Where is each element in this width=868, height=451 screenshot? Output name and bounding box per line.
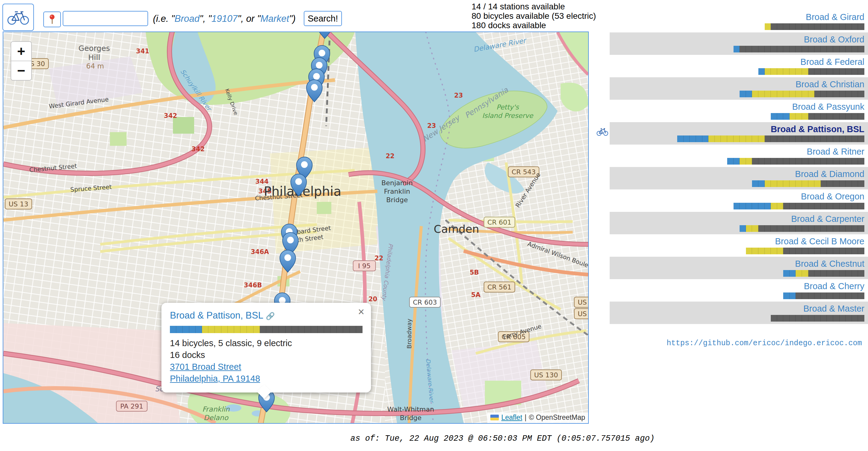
docks-unit [827, 292, 833, 299]
route-number-label: 23 [454, 92, 463, 99]
station-row: Broad & Chestnut [610, 257, 868, 279]
road-shield-label: US 130 [534, 371, 558, 379]
docks-unit [802, 203, 808, 209]
zoom-in-button[interactable]: + [11, 42, 31, 61]
station-link[interactable]: Broad & Carpenter [610, 214, 864, 224]
availability-stats: 14 / 14 stations available 80 bicycles a… [471, 2, 596, 30]
station-link[interactable]: Broad & Girard [610, 12, 864, 22]
station-link[interactable]: Broad & Ritner [610, 146, 864, 157]
docks-unit [833, 180, 840, 187]
classic-unit [783, 270, 789, 277]
electric-unit [202, 326, 208, 333]
marker-dot [316, 62, 322, 68]
docks-unit [789, 248, 796, 254]
pushpin-icon [49, 14, 55, 25]
docks-unit [796, 136, 802, 142]
station-availability-bar [610, 270, 864, 277]
classic-unit [727, 158, 734, 165]
electric-unit [241, 326, 247, 333]
osm-attribution: © OpenStreetMap [529, 414, 585, 422]
electric-unit [746, 158, 752, 165]
popup-bike-counts: 14 bicycles, 5 classic, 9 electric [170, 337, 363, 349]
docks-unit [833, 225, 840, 232]
station-link[interactable]: Broad & Oregon [610, 191, 864, 202]
popup-station-link[interactable]: Broad & Pattison, BSL [170, 310, 263, 321]
docks-unit [852, 113, 858, 120]
station-link[interactable]: Broad & Passyunk [610, 102, 864, 112]
docks-unit [821, 23, 827, 30]
docks-unit [821, 158, 827, 165]
docks-unit [814, 292, 821, 299]
leaflet-map[interactable]: US 30US 13I 95CR 543CR 601CR 561CR 603CR… [3, 31, 589, 424]
station-link[interactable]: Broad & Christian [610, 79, 864, 89]
docks-unit [802, 23, 808, 30]
station-list: Broad & GirardBroad & OxfordBroad & Fede… [610, 10, 868, 324]
station-availability-bar [610, 68, 864, 75]
station-row: Broad & Girard [610, 10, 868, 32]
route-number-label: 341 [136, 48, 149, 55]
station-link[interactable]: Broad & Cecil B Moore [610, 236, 864, 246]
github-link[interactable]: https://github.com/ericoc/indego.ericoc.… [666, 339, 862, 348]
electric-unit [740, 136, 746, 142]
docks-unit [331, 326, 337, 333]
classic-unit [746, 91, 752, 97]
station-link[interactable]: Broad & Oxford [610, 34, 864, 45]
docks-unit [845, 225, 852, 232]
station-link[interactable]: Broad & Cherry [610, 281, 864, 291]
map-label: Camden [434, 223, 479, 235]
station-row: Broad & Oregon [610, 190, 868, 212]
docks-unit [852, 23, 858, 30]
popup-address-line1[interactable]: 3701 Broad Street [170, 361, 363, 373]
route-number-label: 5B [470, 269, 479, 276]
classic-unit [196, 326, 202, 333]
hint-text: ") [289, 13, 296, 24]
docks-unit [852, 136, 858, 142]
classic-unit [783, 113, 789, 120]
ukraine-flag-icon [490, 415, 499, 420]
popup-close-button[interactable]: × [358, 306, 364, 317]
popup-address-line2[interactable]: Philadelphia, PA 19148 [170, 373, 363, 385]
search-button[interactable]: Search! [304, 11, 342, 26]
docks-unit [796, 23, 802, 30]
zoom-out-button[interactable]: − [11, 61, 31, 80]
electric-unit [808, 180, 815, 187]
docks-unit [796, 46, 802, 52]
bicycles-available: 80 bicycles available (53 electric) [471, 11, 596, 21]
electric-unit [789, 113, 796, 120]
leaflet-link[interactable]: Leaflet [501, 414, 522, 422]
docks-unit [814, 270, 821, 277]
docks-unit [765, 158, 771, 165]
electric-unit [765, 23, 771, 30]
station-link[interactable]: Broad & Diamond [610, 169, 864, 179]
locate-pin-button[interactable] [43, 11, 61, 27]
station-link[interactable]: Broad & Master [610, 303, 864, 314]
electric-unit [777, 180, 783, 187]
example-link-19107[interactable]: 19107 [211, 13, 238, 24]
classic-unit [740, 225, 746, 232]
docks-unit [808, 225, 815, 232]
docks-unit [827, 113, 833, 120]
docks-unit [827, 203, 833, 209]
station-availability-bar [610, 180, 864, 187]
station-link[interactable]: Broad & Pattison, BSL [610, 124, 864, 134]
docks-unit [827, 270, 833, 277]
docks-unit [814, 91, 821, 97]
station-link[interactable]: Broad & Federal [610, 57, 864, 67]
electric-unit [796, 270, 802, 277]
site-logo[interactable] [2, 4, 34, 31]
example-link-market[interactable]: Market [260, 13, 289, 24]
example-link-broad[interactable]: Broad [175, 13, 199, 24]
marker-dot [295, 178, 302, 185]
electric-unit [765, 68, 771, 75]
map-label: Walt-Whitman [388, 405, 434, 413]
station-row: Broad & Ritner [610, 145, 868, 167]
link-icon[interactable]: 🔗 [266, 312, 275, 320]
docks-unit [833, 23, 840, 30]
docks-unit [814, 68, 821, 75]
electric-unit [771, 180, 777, 187]
electric-unit [228, 326, 234, 333]
station-link[interactable]: Broad & Chestnut [610, 258, 864, 269]
road-shield-label: CR 601 [487, 219, 512, 226]
search-input[interactable] [63, 11, 148, 26]
docks-unit [266, 326, 273, 333]
